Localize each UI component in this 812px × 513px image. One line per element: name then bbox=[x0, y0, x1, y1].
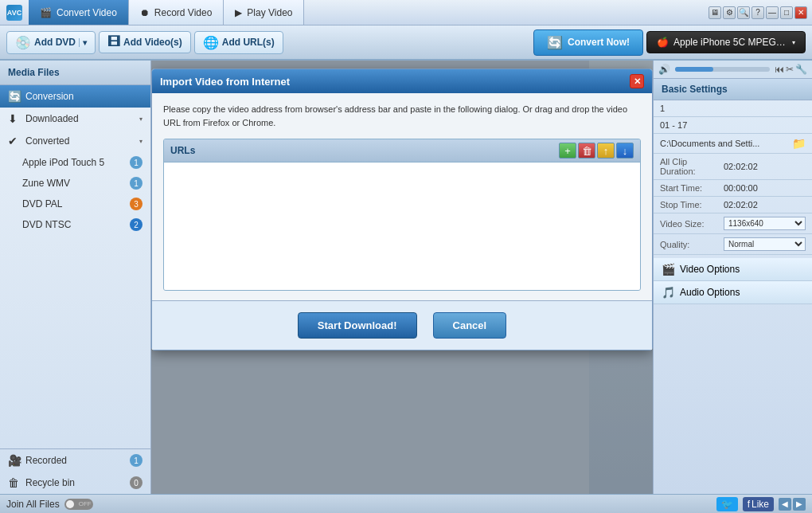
sidebar-item-conversion[interactable]: 🔄 Conversion bbox=[0, 85, 150, 108]
browse-button[interactable]: 📁 bbox=[792, 137, 806, 150]
quality-label: Quality: bbox=[660, 240, 724, 249]
sidebar-item-ipod[interactable]: Apple iPod Touch 5 1 bbox=[0, 152, 150, 173]
tab-bar: 🎬 Convert Video ⏺ Record Video ▶ Play Vi… bbox=[29, 0, 704, 25]
tab-record[interactable]: ⏺ Record Video bbox=[129, 0, 224, 25]
main-content: Media Files 🔄 Conversion ⬇ Downloaded ▾ … bbox=[0, 61, 812, 494]
urls-section: URLs + 🗑 ↑ ↓ bbox=[163, 139, 641, 291]
nav-prev-button[interactable]: ◀ bbox=[779, 498, 791, 511]
minimize-button[interactable]: — bbox=[766, 6, 779, 19]
downloaded-arrow: ▾ bbox=[139, 116, 142, 123]
join-files-label: Join All Files bbox=[6, 499, 60, 510]
tab-convert[interactable]: 🎬 Convert Video bbox=[29, 0, 129, 25]
apple-icon: 🍎 bbox=[657, 37, 669, 48]
video-size-row: Video Size: 1136x640 bbox=[654, 213, 812, 234]
quality-select[interactable]: Normal bbox=[724, 237, 806, 251]
video-size-select[interactable]: 1136x640 bbox=[724, 217, 806, 230]
audio-options-icon: 🎵 bbox=[662, 286, 675, 299]
stop-time-row: Stop Time: 02:02:02 bbox=[654, 197, 812, 213]
sidebar-item-dvdntsc[interactable]: DVD NTSC 2 bbox=[0, 214, 150, 235]
sidebar-item-downloaded[interactable]: ⬇ Downloaded ▾ bbox=[0, 108, 150, 130]
cut-icon[interactable]: ✂ bbox=[786, 64, 794, 75]
transport-bar: 🔊 ⏮ ✂ 🔧 bbox=[654, 61, 812, 79]
dialog-header: Import Video from Internet ✕ bbox=[152, 69, 652, 93]
urls-label: URLs bbox=[170, 145, 559, 156]
dialog-close-button[interactable]: ✕ bbox=[630, 74, 644, 88]
sidebar-item-dvdpal[interactable]: DVD PAL 3 bbox=[0, 194, 150, 214]
close-button[interactable]: ✕ bbox=[794, 6, 807, 19]
facebook-button[interactable]: f Like bbox=[743, 497, 774, 511]
start-time-value: 00:00:00 bbox=[724, 183, 758, 193]
join-toggle[interactable]: OFF bbox=[64, 499, 93, 510]
wrench-icon[interactable]: 🔧 bbox=[795, 64, 807, 75]
titlebar: AVC 🎬 Convert Video ⏺ Record Video ▶ Pla… bbox=[0, 0, 812, 25]
sidebar-item-recorded[interactable]: 🎥 Recorded 1 bbox=[0, 449, 150, 472]
recycle-badge: 0 bbox=[130, 476, 142, 489]
urls-header: URLs + 🗑 ↑ ↓ bbox=[164, 139, 640, 163]
ipod-badge: 1 bbox=[130, 156, 142, 169]
nav-next-button[interactable]: ▶ bbox=[793, 498, 806, 511]
import-dialog: Import Video from Internet ✕ Please copy… bbox=[151, 69, 653, 350]
chapters-value: 01 - 17 bbox=[660, 120, 687, 130]
add-video-button[interactable]: 🎞 Add Video(s) bbox=[99, 31, 191, 53]
conversion-icon: 🔄 bbox=[8, 90, 22, 103]
quality-row: Quality: Normal bbox=[654, 234, 812, 255]
toggle-state: OFF bbox=[79, 500, 92, 507]
track-value: 1 bbox=[660, 104, 665, 113]
add-url-icon: 🌐 bbox=[203, 35, 219, 50]
settings-icon[interactable]: ⚙ bbox=[723, 6, 736, 19]
twitter-icon: 🐦 bbox=[721, 499, 733, 510]
toolbar: 💿 Add DVD ▾ 🎞 Add Video(s) 🌐 Add URL(s) … bbox=[0, 25, 812, 61]
profile-selector[interactable]: 🍎 Apple iPhone 5C MPEG-4 Movie (*.m... ▾ bbox=[646, 31, 806, 53]
help-icon[interactable]: ? bbox=[751, 6, 764, 19]
add-dvd-dropdown[interactable]: ▾ bbox=[79, 38, 87, 47]
zune-badge: 1 bbox=[130, 177, 142, 190]
sidebar-item-converted[interactable]: ✔ Converted ▾ bbox=[0, 130, 150, 152]
stop-time-value: 02:02:02 bbox=[724, 200, 758, 210]
search-icon[interactable]: 🔍 bbox=[737, 6, 750, 19]
start-time-label: Start Time: bbox=[660, 183, 724, 193]
video-options-button[interactable]: 🎬 Video Options bbox=[654, 258, 812, 281]
convert-now-button[interactable]: 🔄 Convert Now! bbox=[533, 29, 643, 56]
chapters-row: 01 - 17 bbox=[654, 117, 812, 134]
dialog-overlay: Import Video from Internet ✕ Please copy… bbox=[151, 61, 653, 494]
nav-arrows: ◀ ▶ bbox=[779, 498, 806, 511]
facebook-like-label: Like bbox=[751, 499, 769, 510]
options-section: 🎬 Video Options 🎵 Audio Options bbox=[654, 258, 812, 304]
previous-icon[interactable]: ⏮ bbox=[775, 64, 784, 75]
toggle-knob bbox=[66, 500, 74, 508]
bottom-bar: Join All Files OFF 🐦 f Like ◀ ▶ bbox=[0, 494, 812, 513]
volume-slider[interactable] bbox=[675, 67, 770, 72]
facebook-icon: f bbox=[748, 499, 750, 510]
url-up-btn[interactable]: ↑ bbox=[597, 143, 615, 159]
dialog-footer: Start Download! Cancel bbox=[152, 300, 652, 350]
settings-header: Basic Settings bbox=[654, 79, 812, 100]
add-video-icon: 🎞 bbox=[107, 35, 120, 49]
maximize-button[interactable]: □ bbox=[780, 6, 793, 19]
start-download-button[interactable]: Start Download! bbox=[298, 312, 417, 339]
sidebar-item-recycle[interactable]: 🗑 Recycle bin 0 bbox=[0, 472, 150, 494]
join-files-control: Join All Files OFF bbox=[6, 499, 93, 510]
sidebar-item-zune[interactable]: Zune WMV 1 bbox=[0, 173, 150, 194]
delete-url-btn[interactable]: 🗑 bbox=[578, 143, 595, 159]
url-input[interactable] bbox=[169, 167, 635, 178]
converted-arrow: ▾ bbox=[139, 138, 142, 145]
sidebar: Media Files 🔄 Conversion ⬇ Downloaded ▾ … bbox=[0, 61, 151, 494]
tab-play[interactable]: ▶ Play Video bbox=[224, 0, 304, 25]
add-url-button[interactable]: 🌐 Add URL(s) bbox=[194, 31, 283, 54]
system-tray-icon: 🖥 bbox=[709, 6, 721, 19]
url-down-btn[interactable]: ↓ bbox=[616, 143, 634, 159]
converted-icon: ✔ bbox=[8, 135, 22, 147]
cancel-button[interactable]: Cancel bbox=[433, 312, 507, 339]
twitter-button[interactable]: 🐦 bbox=[716, 497, 738, 511]
video-size-label: Video Size: bbox=[660, 219, 724, 229]
volume-icon[interactable]: 🔊 bbox=[658, 64, 670, 75]
all-clip-duration-label: All Clip Duration: bbox=[660, 157, 724, 176]
volume-fill bbox=[675, 67, 713, 72]
dvdpal-badge: 3 bbox=[130, 198, 142, 210]
audio-options-button[interactable]: 🎵 Audio Options bbox=[654, 281, 812, 304]
recorded-icon: 🎥 bbox=[8, 454, 22, 467]
add-dvd-button[interactable]: 💿 Add DVD ▾ bbox=[6, 31, 96, 54]
dialog-body: Please copy the video address from brows… bbox=[152, 93, 652, 300]
add-url-btn[interactable]: + bbox=[559, 143, 576, 159]
window-controls: 🖥 ⚙ 🔍 ? — □ ✕ bbox=[704, 6, 812, 19]
